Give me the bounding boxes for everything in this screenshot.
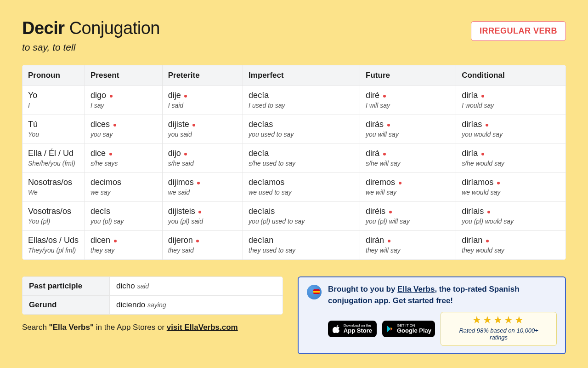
- conj-cell: decías/he used to say: [243, 144, 360, 173]
- irregular-badge: IRREGULAR VERB: [471, 21, 566, 41]
- irregular-dot-icon: [486, 240, 489, 242]
- column-header: Present: [85, 65, 163, 86]
- conj-cell: dije I said: [162, 86, 243, 115]
- pronoun-cell: Nosotras/osWe: [23, 173, 85, 202]
- irregular-dot-icon: [399, 182, 401, 184]
- irregular-dot-icon: [497, 182, 500, 184]
- irregular-dot-icon: [113, 124, 116, 126]
- irregular-dot-icon: [196, 240, 199, 242]
- irregular-dot-icon: [184, 95, 187, 98]
- column-header: Pronoun: [23, 65, 85, 86]
- irregular-dot-icon: [487, 211, 490, 213]
- pronoun-cell: YoI: [23, 86, 85, 115]
- pronoun-cell: Vosotras/osYou (pl): [23, 202, 85, 231]
- conj-cell: dijiste you said: [162, 115, 243, 144]
- conj-cell: dirán they will say: [360, 231, 456, 260]
- page-title-block: Decir Conjugation to say, to tell: [22, 18, 160, 53]
- pp-label: Past participle: [23, 277, 110, 296]
- pronoun-cell: Ella / Él / UdShe/he/you (fml): [23, 144, 85, 173]
- apple-icon: [333, 324, 341, 334]
- conj-cell: dijeron they said: [162, 231, 243, 260]
- conj-cell: dijisteis you (pl) said: [162, 202, 243, 231]
- verb-meaning: to say, to tell: [22, 42, 160, 53]
- star-icons: ★★★★★: [451, 315, 546, 325]
- conj-cell: decíanthey used to say: [243, 231, 360, 260]
- conj-cell: dirás you will say: [360, 115, 456, 144]
- table-row: Ellas/os / UdsThey/you (pl fml)dicen the…: [23, 231, 566, 260]
- irregular-dot-icon: [387, 124, 390, 126]
- conj-cell: decíasyou used to say: [243, 115, 360, 144]
- gerund-value: diciendo saying: [110, 296, 283, 315]
- visit-link[interactable]: visit EllaVerbs.com: [167, 323, 238, 332]
- conj-cell: diríais you (pl) would say: [456, 202, 566, 231]
- conj-cell: decíamoswe used to say: [243, 173, 360, 202]
- irregular-dot-icon: [184, 153, 187, 155]
- participle-table: Past participle dicho said Gerund dicien…: [22, 276, 283, 315]
- conj-cell: diría s/he would say: [456, 144, 566, 173]
- rating-text: Rated 98% based on 10,000+ ratings: [451, 327, 546, 341]
- conj-cell: diré I will say: [360, 86, 456, 115]
- column-header: Future: [360, 65, 456, 86]
- irregular-dot-icon: [109, 153, 112, 155]
- ella-verbs-link[interactable]: Ella Verbs: [397, 285, 435, 293]
- table-row: Gerund diciendo saying: [23, 296, 283, 315]
- irregular-dot-icon: [192, 124, 195, 126]
- table-row: Vosotras/osYou (pl)decísyou (pl) saydiji…: [23, 202, 566, 231]
- conj-cell: dice s/he says: [85, 144, 163, 173]
- irregular-dot-icon: [110, 95, 113, 98]
- irregular-dot-icon: [388, 240, 390, 242]
- irregular-dot-icon: [389, 211, 392, 213]
- rating-box: ★★★★★ Rated 98% based on 10,000+ ratings: [441, 312, 557, 346]
- conj-cell: decíaisyou (pl) used to say: [243, 202, 360, 231]
- conj-cell: dirá s/he will say: [360, 144, 456, 173]
- irregular-dot-icon: [198, 211, 201, 213]
- conj-cell: diría I would say: [456, 86, 566, 115]
- conj-cell: decíaI used to say: [243, 86, 360, 115]
- app-icon: [307, 285, 322, 299]
- pp-value: dicho said: [110, 277, 283, 296]
- conj-word: Conjugation: [69, 18, 160, 38]
- table-row: Ella / Él / UdShe/he/you (fml)dice s/he …: [23, 144, 566, 173]
- column-header: Preterite: [162, 65, 243, 86]
- verb-name: Decir: [22, 18, 65, 38]
- table-row: YoIdigo I saydije I saiddecíaI used to s…: [23, 86, 566, 115]
- search-line: Search "Ella Verbs" in the App Stores or…: [22, 323, 283, 332]
- irregular-dot-icon: [481, 153, 484, 155]
- table-row: Past participle dicho said: [23, 277, 283, 296]
- conj-cell: diremos we will say: [360, 173, 456, 202]
- conj-cell: diríamos we would say: [456, 173, 566, 202]
- irregular-dot-icon: [114, 240, 117, 242]
- conj-cell: dirías you would say: [456, 115, 566, 144]
- table-row: Nosotras/osWedecimoswe saydijimos we sai…: [23, 173, 566, 202]
- pronoun-cell: TúYou: [23, 115, 85, 144]
- promo-box: Brought to you by Ella Verbs, the top-ra…: [298, 276, 566, 354]
- irregular-dot-icon: [197, 182, 200, 184]
- conj-cell: digo I say: [85, 86, 163, 115]
- irregular-dot-icon: [486, 124, 488, 126]
- conj-cell: dirían they would say: [456, 231, 566, 260]
- conj-cell: dicen they say: [85, 231, 163, 260]
- conjugation-table: PronounPresentPreteriteImperfectFutureCo…: [22, 65, 566, 260]
- column-header: Conditional: [456, 65, 566, 86]
- google-play-button[interactable]: GET IT ONGoogle Play: [382, 321, 435, 337]
- gerund-label: Gerund: [23, 296, 110, 315]
- irregular-dot-icon: [383, 153, 386, 155]
- irregular-dot-icon: [481, 95, 484, 98]
- promo-text: Brought to you by Ella Verbs, the top-ra…: [328, 284, 557, 306]
- conj-cell: dices you say: [85, 115, 163, 144]
- column-header: Imperfect: [243, 65, 360, 86]
- conj-cell: dijo s/he said: [162, 144, 243, 173]
- play-icon: [386, 324, 394, 334]
- page-title: Decir Conjugation: [22, 18, 160, 38]
- conj-cell: dijimos we said: [162, 173, 243, 202]
- conj-cell: diréis you (pl) will say: [360, 202, 456, 231]
- pronoun-cell: Ellas/os / UdsThey/you (pl fml): [23, 231, 85, 260]
- table-row: TúYoudices you saydijiste you saiddecías…: [23, 115, 566, 144]
- irregular-dot-icon: [383, 95, 386, 98]
- conj-cell: decimoswe say: [85, 173, 163, 202]
- app-store-button[interactable]: Download on theApp Store: [328, 321, 377, 337]
- conj-cell: decísyou (pl) say: [85, 202, 163, 231]
